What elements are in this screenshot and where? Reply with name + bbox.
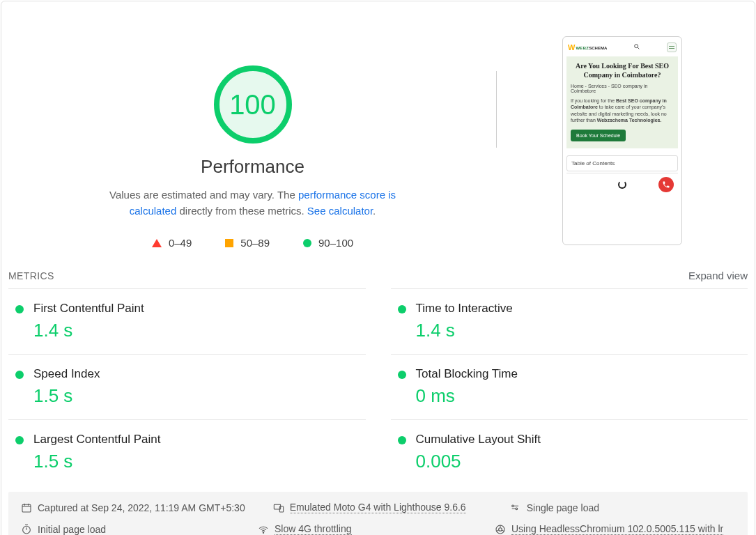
- preview-logo-text-b: SCHEMA: [589, 46, 607, 50]
- svg-line-1: [638, 47, 639, 49]
- status-dot-icon: [15, 436, 24, 444]
- summary-column: 100 Performance Values are estimated and…: [8, 29, 497, 249]
- metric-value: 1.4 s: [416, 320, 748, 341]
- metric-total-blocking-time[interactable]: Total Blocking Time 0 ms: [391, 354, 748, 419]
- preview-breadcrumb: Home - Services - SEO company in Coimbat…: [571, 84, 674, 93]
- svg-point-13: [263, 532, 263, 533]
- spinner-icon: [618, 180, 626, 189]
- phone-call-icon: [658, 177, 674, 192]
- see-calculator-link[interactable]: See calculator: [307, 205, 373, 217]
- svg-point-8: [511, 505, 514, 507]
- svg-point-9: [516, 508, 518, 510]
- preview-title: Are You Looking For Best SEO Company in …: [571, 62, 674, 79]
- svg-point-0: [635, 45, 638, 48]
- preview-logo-text-a: WEBZ: [576, 46, 589, 50]
- svg-rect-2: [22, 504, 31, 512]
- preview-body-prefix: If you looking for the: [571, 98, 616, 103]
- metric-value: 1.5 s: [33, 385, 366, 407]
- status-dot-icon: [398, 305, 406, 313]
- footer-emulated: Emulated Moto G4 with Lighthouse 9.6.6: [273, 502, 482, 513]
- legend-average-label: 50–89: [240, 237, 270, 249]
- circle-icon: [303, 239, 311, 247]
- metric-label: First Contentful Paint: [33, 302, 366, 316]
- stopwatch-icon: [21, 524, 32, 535]
- desc-suffix: .: [373, 205, 376, 217]
- metrics-header: METRICS Expand view: [1, 270, 755, 288]
- status-dot-icon: [15, 371, 24, 379]
- footer-throttling-text[interactable]: Slow 4G throttling: [275, 523, 352, 535]
- metric-body: Largest Contentful Paint 1.5 s: [33, 433, 366, 472]
- devices-icon: [273, 502, 284, 513]
- legend-fail: 0–49: [152, 237, 192, 249]
- preview-body-bold2: Webzschema Technologies.: [597, 118, 662, 123]
- page-screenshot-thumbnail[interactable]: W WEBZSCHEMA Are You Looking For Best SE…: [562, 36, 682, 245]
- metric-label: Time to Interactive: [416, 302, 748, 316]
- svg-point-15: [499, 527, 502, 531]
- preview-logo-mark: W: [568, 43, 575, 52]
- performance-gauge: 100: [214, 65, 292, 144]
- status-dot-icon: [398, 371, 406, 379]
- footer-emulated-text[interactable]: Emulated Moto G4 with Lighthouse 9.6.6: [290, 502, 466, 513]
- metric-cumulative-layout-shift[interactable]: Cumulative Layout Shift 0.005: [391, 419, 748, 485]
- metric-value: 1.4 s: [33, 320, 366, 341]
- metric-label: Largest Contentful Paint: [33, 433, 366, 447]
- metric-body: Cumulative Layout Shift 0.005: [416, 433, 748, 472]
- gauge-title: Performance: [201, 156, 304, 178]
- metric-label: Total Blocking Time: [416, 367, 748, 381]
- preview-logo: W WEBZSCHEMA: [568, 43, 607, 52]
- expand-view-toggle[interactable]: Expand view: [688, 270, 748, 281]
- status-dot-icon: [15, 305, 24, 313]
- metrics-grid: First Contentful Paint 1.4 s Time to Int…: [1, 288, 755, 485]
- chromium-icon: [495, 524, 506, 535]
- preview-bottom-bar: [566, 173, 678, 196]
- samples-icon: [510, 502, 521, 513]
- network-icon: [258, 524, 269, 535]
- square-icon: [225, 239, 233, 247]
- hamburger-menu-icon: [667, 42, 677, 52]
- preview-hero: Are You Looking For Best SEO Company in …: [566, 56, 678, 148]
- footer-initial-load: Initial page load: [21, 523, 230, 535]
- preview-body: If you looking for the Best SEO company …: [571, 98, 674, 124]
- legend-pass-label: 90–100: [318, 237, 353, 249]
- legend-average: 50–89: [225, 237, 270, 249]
- lighthouse-report-card: 100 Performance Values are estimated and…: [1, 1, 755, 535]
- desc-middle: directly from these metrics.: [176, 205, 307, 217]
- calendar-icon: [21, 502, 32, 513]
- metrics-title: METRICS: [8, 270, 54, 281]
- footer-captured: Captured at Sep 24, 2022, 11:19 AM GMT+5…: [21, 502, 245, 513]
- metric-speed-index[interactable]: Speed Index 1.5 s: [8, 354, 366, 419]
- desc-prefix: Values are estimated and may vary. The: [109, 189, 298, 201]
- metric-time-to-interactive[interactable]: Time to Interactive 1.4 s: [391, 288, 748, 354]
- metric-body: Time to Interactive 1.4 s: [416, 302, 748, 341]
- vertical-divider: [496, 71, 497, 148]
- preview-toc: Table of Contents: [566, 155, 678, 171]
- status-dot-icon: [398, 436, 406, 444]
- metric-body: Total Blocking Time 0 ms: [416, 367, 748, 407]
- metric-label: Cumulative Layout Shift: [416, 433, 748, 447]
- footer-chromium-text[interactable]: Using HeadlessChromium 102.0.5005.115 wi…: [511, 523, 723, 535]
- metric-body: First Contentful Paint 1.4 s: [33, 302, 366, 341]
- metric-value: 1.5 s: [33, 451, 366, 472]
- environment-footer: Captured at Sep 24, 2022, 11:19 AM GMT+5…: [8, 492, 748, 535]
- metric-largest-contentful-paint[interactable]: Largest Contentful Paint 1.5 s: [8, 419, 366, 485]
- triangle-icon: [152, 239, 162, 247]
- description-text: Values are estimated and may vary. The p…: [93, 187, 413, 219]
- score-legend: 0–49 50–89 90–100: [152, 237, 353, 249]
- metric-body: Speed Index 1.5 s: [33, 367, 366, 407]
- metric-label: Speed Index: [33, 367, 366, 381]
- metric-value: 0.005: [416, 451, 748, 472]
- metric-first-contentful-paint[interactable]: First Contentful Paint 1.4 s: [8, 288, 366, 354]
- legend-pass: 90–100: [303, 237, 353, 249]
- footer-chromium: Using HeadlessChromium 102.0.5005.115 wi…: [495, 523, 723, 535]
- preview-cta-button: Book Your Schedule: [571, 130, 626, 141]
- gauge-score: 100: [229, 89, 276, 121]
- metric-value: 0 ms: [416, 385, 748, 407]
- footer-single-load: Single page load: [510, 502, 691, 513]
- search-icon: [633, 43, 640, 52]
- footer-throttling: Slow 4G throttling: [258, 523, 467, 535]
- top-section: 100 Performance Values are estimated and…: [1, 1, 755, 270]
- preview-header: W WEBZSCHEMA: [566, 40, 678, 56]
- legend-fail-label: 0–49: [169, 237, 192, 249]
- screenshot-column: W WEBZSCHEMA Are You Looking For Best SE…: [497, 29, 748, 249]
- footer-single-text: Single page load: [527, 502, 599, 513]
